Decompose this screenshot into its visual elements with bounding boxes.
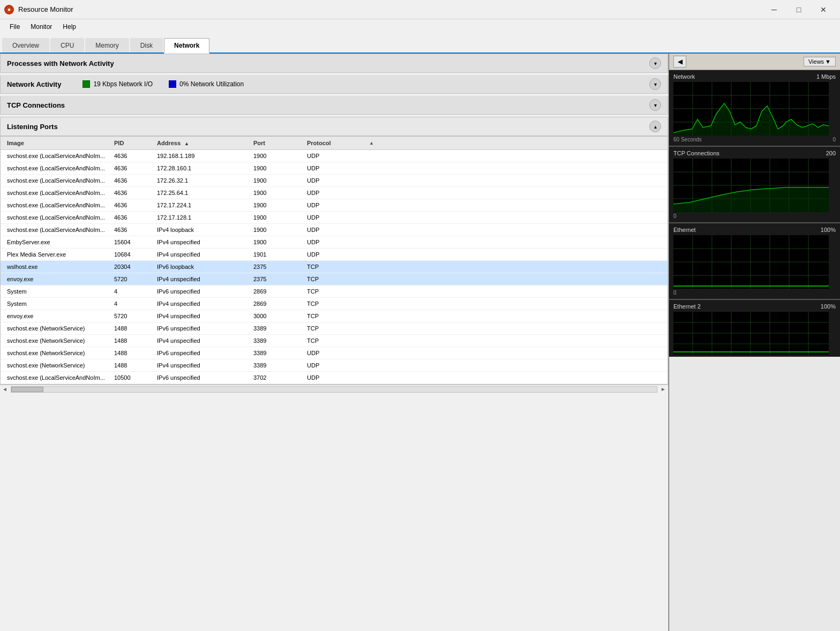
table-row[interactable]: envoy.exe 5720 IPv4 unspecified 3000 TCP xyxy=(1,310,668,322)
scroll-left-arrow[interactable]: ◄ xyxy=(0,386,10,392)
cell-protocol: TCP xyxy=(305,336,369,345)
cell-pid: 4636 xyxy=(112,164,155,172)
close-button[interactable]: ✕ xyxy=(811,2,836,17)
cell-pid: 1488 xyxy=(112,336,155,345)
table-row[interactable]: System 4 IPv6 unspecified 2869 TCP xyxy=(1,286,668,298)
cell-port: 2869 xyxy=(251,287,305,296)
cell-port: 1900 xyxy=(251,226,305,234)
network-chart-canvas xyxy=(673,82,829,136)
table-row[interactable]: svchost.exe (NetworkService) 1488 IPv6 u… xyxy=(1,322,668,335)
col-header-pid[interactable]: PID xyxy=(112,139,155,147)
network-activity-header[interactable]: Network Activity 19 Kbps Network I/O 0% … xyxy=(0,75,668,94)
cell-image: svchost.exe (LocalServiceAndNoIm... xyxy=(5,176,112,185)
cell-port: 3389 xyxy=(251,361,305,370)
cell-pid: 5720 xyxy=(112,312,155,320)
table-row[interactable]: svchost.exe (LocalServiceAndNoIm... 4636… xyxy=(1,175,668,187)
tcp-time-label: 0 xyxy=(673,213,836,221)
table-row[interactable]: wslhost.exe 20304 IPv6 loopback 2375 TCP xyxy=(1,261,668,273)
ethernet-time-label: 0 xyxy=(673,290,836,298)
scroll-track[interactable] xyxy=(11,386,657,393)
table-row[interactable]: svchost.exe (NetworkService) 1488 IPv6 u… xyxy=(1,347,668,359)
minimize-button[interactable]: ─ xyxy=(762,2,786,17)
table-row[interactable]: svchost.exe (LocalServiceAndNoIm... 4636… xyxy=(1,187,668,199)
left-panel: Processes with Network Activity ▾ Networ… xyxy=(0,54,669,631)
col-header-address[interactable]: Address ▲ xyxy=(155,139,251,147)
table-row[interactable]: svchost.exe (LocalServiceAndNoIm... 4636… xyxy=(1,212,668,224)
tab-cpu[interactable]: CPU xyxy=(50,38,84,52)
table-row[interactable]: svchost.exe (NetworkService) 1488 IPv4 u… xyxy=(1,359,668,372)
tcp-0-label: 0 xyxy=(673,213,677,219)
scroll-thumb[interactable] xyxy=(11,387,43,392)
network-activity-collapse[interactable]: ▾ xyxy=(649,78,661,90)
cell-port: 3389 xyxy=(251,324,305,333)
cell-address: IPv6 loopback xyxy=(155,262,251,271)
menu-file[interactable]: File xyxy=(4,22,25,32)
network-activity-title: Network Activity xyxy=(7,80,61,88)
stat-icon-blue xyxy=(169,80,176,88)
cell-protocol: UDP xyxy=(305,152,369,160)
tab-network[interactable]: Network xyxy=(164,38,209,54)
table-row[interactable]: svchost.exe (LocalServiceAndNoIm... 1050… xyxy=(1,372,668,384)
stat-io-label: 19 Kbps Network I/O xyxy=(93,80,153,88)
menubar: File Monitor Help xyxy=(0,19,840,34)
network-chart-svg xyxy=(673,82,829,136)
table-row[interactable]: envoy.exe 5720 IPv4 unspecified 2375 TCP xyxy=(1,273,668,286)
processes-header[interactable]: Processes with Network Activity ▾ xyxy=(0,54,668,73)
cell-pid: 4 xyxy=(112,287,155,296)
cell-protocol: TCP xyxy=(305,299,369,308)
listening-header[interactable]: Listening Ports ▴ xyxy=(0,117,668,136)
col-header-image[interactable]: Image xyxy=(5,139,112,147)
cell-image: svchost.exe (LocalServiceAndNoIm... xyxy=(5,201,112,209)
cell-protocol: UDP xyxy=(305,213,369,222)
tcp-chart-label: TCP Connections 200 xyxy=(673,149,836,157)
table-row[interactable]: svchost.exe (LocalServiceAndNoIm... 4636… xyxy=(1,199,668,212)
views-label: Views xyxy=(808,58,824,65)
cell-port: 1900 xyxy=(251,164,305,172)
menu-monitor[interactable]: Monitor xyxy=(25,22,57,32)
table-row[interactable]: Plex Media Server.exe 10684 IPv4 unspeci… xyxy=(1,249,668,261)
col-header-protocol[interactable]: Protocol xyxy=(305,139,369,147)
tcp-chart-section: TCP Connections 200 xyxy=(669,146,840,222)
cell-port: 3389 xyxy=(251,349,305,357)
table-row[interactable]: svchost.exe (LocalServiceAndNoIm... 4636… xyxy=(1,150,668,162)
maximize-button[interactable]: □ xyxy=(786,2,811,17)
network-activity-content: Network Activity 19 Kbps Network I/O 0% … xyxy=(7,80,649,88)
table-row[interactable]: svchost.exe (NetworkService) 1488 IPv4 u… xyxy=(1,335,668,347)
table-row[interactable]: svchost.exe (LocalServiceAndNoIm... 4636… xyxy=(1,224,668,236)
stat-util: 0% Network Utilization xyxy=(169,80,244,88)
cell-pid: 1488 xyxy=(112,361,155,370)
cell-port: 2375 xyxy=(251,262,305,271)
tcp-collapse[interactable]: ▾ xyxy=(649,99,661,111)
cell-image: svchost.exe (LocalServiceAndNoIm... xyxy=(5,152,112,160)
bottom-scrollbar[interactable]: ◄ ► xyxy=(0,385,668,393)
tcp-connections-label: TCP Connections xyxy=(673,150,719,156)
processes-collapse[interactable]: ▾ xyxy=(649,57,661,69)
cell-pid: 4636 xyxy=(112,201,155,209)
tab-overview[interactable]: Overview xyxy=(2,38,49,52)
ethernet-chart-canvas xyxy=(673,235,829,289)
cell-image: svchost.exe (LocalServiceAndNoIm... xyxy=(5,226,112,234)
cell-image: svchost.exe (LocalServiceAndNoIm... xyxy=(5,213,112,222)
tab-disk[interactable]: Disk xyxy=(130,38,163,52)
tab-memory[interactable]: Memory xyxy=(85,38,129,52)
cell-port: 3702 xyxy=(251,373,305,382)
ethernet-chart-svg xyxy=(673,235,829,289)
listening-collapse[interactable]: ▴ xyxy=(649,121,661,132)
scroll-right-arrow[interactable]: ► xyxy=(658,386,668,392)
cell-pid: 1488 xyxy=(112,324,155,333)
ethernet-0-label: 0 xyxy=(673,290,677,296)
views-dropdown-icon: ▼ xyxy=(825,58,831,65)
cell-port: 2869 xyxy=(251,299,305,308)
expand-button[interactable]: ◀ xyxy=(673,56,686,67)
col-header-port[interactable]: Port xyxy=(251,139,305,147)
cell-image: svchost.exe (LocalServiceAndNoIm... xyxy=(5,189,112,197)
table-row[interactable]: System 4 IPv4 unspecified 2869 TCP xyxy=(1,298,668,310)
tcp-header[interactable]: TCP Connections ▾ xyxy=(0,96,668,115)
table-row[interactable]: EmbyServer.exe 15604 IPv4 unspecified 19… xyxy=(1,236,668,249)
cell-address: 192.168.1.189 xyxy=(155,152,251,160)
cell-protocol: UDP xyxy=(305,373,369,382)
views-button[interactable]: Views ▼ xyxy=(804,57,836,66)
cell-pid: 4636 xyxy=(112,213,155,222)
table-row[interactable]: svchost.exe (LocalServiceAndNoIm... 4636… xyxy=(1,162,668,175)
menu-help[interactable]: Help xyxy=(57,22,81,32)
